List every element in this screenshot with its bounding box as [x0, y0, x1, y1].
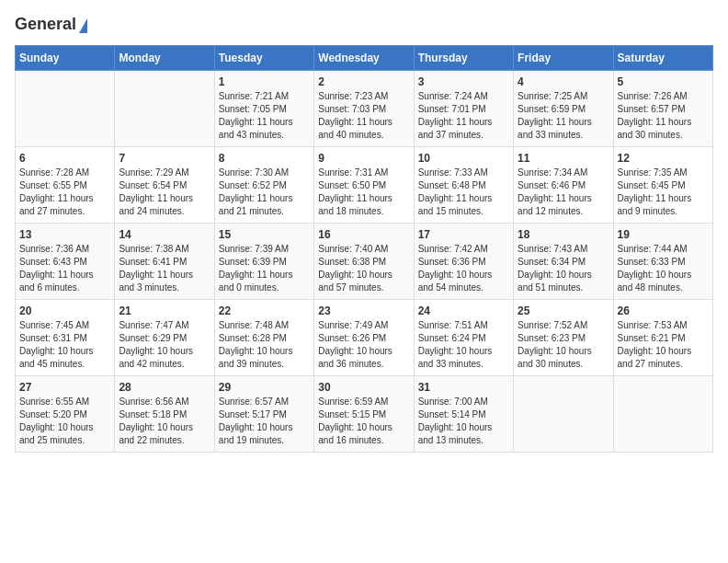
cell-content: Sunrise: 7:23 AM Sunset: 7:03 PM Dayligh… — [318, 90, 409, 142]
day-number: 15 — [219, 228, 310, 241]
sunset: Sunset: 6:50 PM — [318, 180, 386, 190]
sunset: Sunset: 6:33 PM — [618, 257, 686, 267]
calendar-cell: 15 Sunrise: 7:39 AM Sunset: 6:39 PM Dayl… — [214, 224, 313, 300]
day-number: 27 — [19, 381, 110, 394]
daylight: Daylight: 11 hours and 21 minutes. — [219, 193, 293, 216]
sunrise: Sunrise: 7:31 AM — [318, 167, 388, 178]
day-number: 1 — [219, 75, 310, 88]
cell-content: Sunrise: 7:49 AM Sunset: 6:26 PM Dayligh… — [318, 319, 409, 371]
cell-content: Sunrise: 6:56 AM Sunset: 5:18 PM Dayligh… — [119, 396, 210, 447]
cell-content: Sunrise: 7:43 AM Sunset: 6:34 PM Dayligh… — [518, 243, 609, 294]
sunrise: Sunrise: 7:38 AM — [119, 244, 188, 254]
cell-content: Sunrise: 7:53 AM Sunset: 6:21 PM Dayligh… — [618, 319, 709, 371]
calendar-cell: 4 Sunrise: 7:25 AM Sunset: 6:59 PM Dayli… — [514, 71, 613, 147]
cell-content: Sunrise: 7:51 AM Sunset: 6:24 PM Dayligh… — [418, 319, 509, 371]
cell-content: Sunrise: 7:45 AM Sunset: 6:31 PM Dayligh… — [19, 319, 110, 371]
calendar-week-2: 6 Sunrise: 7:28 AM Sunset: 6:55 PM Dayli… — [16, 147, 713, 224]
sunrise: Sunrise: 7:00 AM — [418, 396, 488, 407]
calendar-cell: 10 Sunrise: 7:33 AM Sunset: 6:48 PM Dayl… — [414, 147, 513, 224]
daylight: Daylight: 10 hours and 54 minutes. — [418, 270, 493, 293]
day-number: 4 — [518, 75, 609, 88]
day-number: 17 — [418, 228, 509, 241]
calendar-cell: 25 Sunrise: 7:52 AM Sunset: 6:23 PM Dayl… — [514, 300, 613, 376]
sunrise: Sunrise: 7:39 AM — [219, 244, 289, 254]
sunset: Sunset: 6:41 PM — [119, 257, 187, 267]
day-number: 24 — [418, 304, 509, 317]
sunrise: Sunrise: 7:25 AM — [518, 91, 587, 101]
sunset: Sunset: 6:26 PM — [318, 333, 386, 343]
calendar-cell: 9 Sunrise: 7:31 AM Sunset: 6:50 PM Dayli… — [314, 147, 414, 224]
sunrise: Sunrise: 7:53 AM — [618, 320, 688, 330]
day-number: 25 — [518, 304, 609, 317]
daylight: Daylight: 10 hours and 33 minutes. — [418, 346, 493, 369]
sunrise: Sunrise: 7:26 AM — [618, 91, 688, 101]
sunrise: Sunrise: 6:59 AM — [318, 396, 388, 407]
daylight: Daylight: 10 hours and 30 minutes. — [518, 346, 592, 369]
day-number: 3 — [418, 75, 509, 88]
daylight: Daylight: 11 hours and 9 minutes. — [618, 193, 692, 216]
sunset: Sunset: 6:36 PM — [418, 257, 486, 267]
calendar-cell: 31 Sunrise: 7:00 AM Sunset: 5:14 PM Dayl… — [414, 376, 513, 453]
day-number: 23 — [318, 304, 409, 317]
cell-content: Sunrise: 7:44 AM Sunset: 6:33 PM Dayligh… — [618, 243, 709, 294]
sunset: Sunset: 6:21 PM — [618, 333, 686, 343]
logo-general-text: General — [15, 15, 76, 34]
sunrise: Sunrise: 6:57 AM — [219, 396, 289, 407]
sunrise: Sunrise: 6:55 AM — [19, 396, 89, 407]
sunset: Sunset: 6:39 PM — [219, 257, 287, 267]
daylight: Daylight: 11 hours and 37 minutes. — [418, 117, 493, 140]
sunset: Sunset: 7:01 PM — [418, 104, 486, 114]
sunrise: Sunrise: 7:48 AM — [219, 320, 289, 330]
sunrise: Sunrise: 7:43 AM — [518, 244, 587, 254]
sunset: Sunset: 6:55 PM — [19, 180, 87, 190]
sunrise: Sunrise: 7:34 AM — [518, 167, 587, 178]
calendar-cell: 1 Sunrise: 7:21 AM Sunset: 7:05 PM Dayli… — [214, 71, 313, 147]
sunrise: Sunrise: 7:28 AM — [19, 167, 89, 178]
cell-content: Sunrise: 7:36 AM Sunset: 6:43 PM Dayligh… — [19, 243, 110, 294]
calendar-cell: 24 Sunrise: 7:51 AM Sunset: 6:24 PM Dayl… — [414, 300, 513, 376]
daylight: Daylight: 11 hours and 0 minutes. — [219, 270, 293, 293]
day-number: 21 — [119, 304, 210, 317]
header-sunday: Sunday — [16, 46, 115, 71]
calendar-cell: 23 Sunrise: 7:49 AM Sunset: 6:26 PM Dayl… — [314, 300, 414, 376]
sunset: Sunset: 6:29 PM — [119, 333, 187, 343]
sunset: Sunset: 6:24 PM — [418, 333, 486, 343]
daylight: Daylight: 11 hours and 15 minutes. — [418, 193, 493, 216]
sunset: Sunset: 6:46 PM — [518, 180, 586, 190]
header-thursday: Thursday — [414, 46, 513, 71]
sunrise: Sunrise: 7:24 AM — [418, 91, 488, 101]
day-number: 7 — [119, 152, 210, 165]
sunrise: Sunrise: 7:23 AM — [318, 91, 388, 101]
calendar-cell: 29 Sunrise: 6:57 AM Sunset: 5:17 PM Dayl… — [214, 376, 313, 453]
day-number: 9 — [318, 152, 409, 165]
day-number: 29 — [219, 381, 310, 394]
sunset: Sunset: 7:03 PM — [318, 104, 386, 114]
header-saturday: Saturday — [613, 46, 712, 71]
day-number: 28 — [119, 381, 210, 394]
cell-content: Sunrise: 7:52 AM Sunset: 6:23 PM Dayligh… — [518, 319, 609, 371]
sunset: Sunset: 6:31 PM — [19, 333, 87, 343]
sunset: Sunset: 6:57 PM — [618, 104, 686, 114]
calendar-cell: 28 Sunrise: 6:56 AM Sunset: 5:18 PM Dayl… — [115, 376, 214, 453]
day-number: 19 — [618, 228, 709, 241]
cell-content: Sunrise: 7:00 AM Sunset: 5:14 PM Dayligh… — [418, 396, 509, 447]
daylight: Daylight: 10 hours and 57 minutes. — [318, 270, 392, 293]
header-wednesday: Wednesday — [314, 46, 414, 71]
cell-content: Sunrise: 7:47 AM Sunset: 6:29 PM Dayligh… — [119, 319, 210, 371]
daylight: Daylight: 10 hours and 48 minutes. — [618, 270, 692, 293]
cell-content: Sunrise: 7:21 AM Sunset: 7:05 PM Dayligh… — [219, 90, 310, 142]
daylight: Daylight: 10 hours and 42 minutes. — [119, 346, 193, 369]
calendar-cell: 11 Sunrise: 7:34 AM Sunset: 6:46 PM Dayl… — [514, 147, 613, 224]
calendar-cell: 12 Sunrise: 7:35 AM Sunset: 6:45 PM Dayl… — [613, 147, 712, 224]
day-number: 30 — [318, 381, 409, 394]
calendar-cell — [514, 376, 613, 453]
sunrise: Sunrise: 7:49 AM — [318, 320, 388, 330]
cell-content: Sunrise: 7:42 AM Sunset: 6:36 PM Dayligh… — [418, 243, 509, 294]
day-number: 11 — [518, 152, 609, 165]
day-number: 10 — [418, 152, 509, 165]
logo: General — [15, 15, 87, 34]
calendar-cell: 30 Sunrise: 6:59 AM Sunset: 5:15 PM Dayl… — [314, 376, 414, 453]
daylight: Daylight: 10 hours and 13 minutes. — [418, 422, 493, 445]
header-tuesday: Tuesday — [214, 46, 313, 71]
calendar-header-row: SundayMondayTuesdayWednesdayThursdayFrid… — [16, 46, 713, 71]
